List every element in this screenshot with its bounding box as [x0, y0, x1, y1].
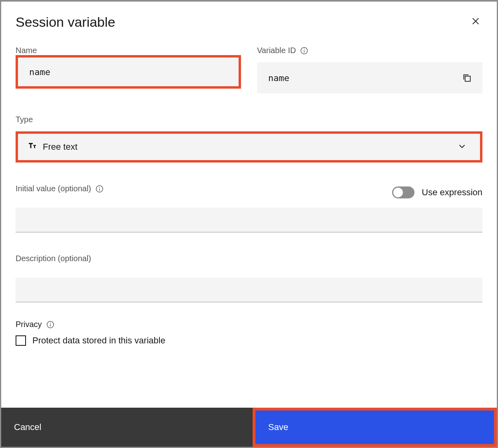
close-icon — [471, 21, 480, 27]
description-input[interactable] — [16, 278, 482, 302]
type-selected-text: Free text — [43, 142, 78, 152]
variable-id-label-text: Variable ID — [257, 46, 296, 55]
info-icon[interactable] — [46, 320, 55, 329]
variable-id-column: Variable ID name — [257, 46, 482, 93]
svg-point-11 — [50, 322, 51, 323]
svg-point-8 — [99, 186, 100, 187]
privacy-label: Privacy — [16, 320, 482, 329]
protect-data-label: Protect data stored in this variable — [32, 335, 165, 346]
type-highlight: Free text — [16, 131, 482, 163]
free-text-icon — [28, 141, 37, 153]
save-button[interactable]: Save — [255, 410, 494, 444]
dialog-body: Session variable Name Variable I — [1, 2, 497, 408]
initial-value-input[interactable] — [16, 208, 482, 232]
initial-value-label-text: Initial value (optional) — [16, 184, 91, 193]
description-label: Description (optional) — [16, 254, 482, 263]
dialog-title: Session variable — [16, 14, 115, 30]
initial-value-label: Initial value (optional) — [16, 184, 104, 193]
initial-value-section: Initial value (optional) Use expression — [16, 184, 482, 232]
privacy-label-text: Privacy — [16, 320, 42, 329]
initial-value-header: Initial value (optional) Use expression — [16, 184, 482, 200]
variable-id-value: name — [268, 73, 289, 83]
use-expression-group: Use expression — [392, 186, 482, 198]
dialog-footer: Cancel Save — [1, 408, 497, 447]
variable-id-box: name — [257, 62, 482, 93]
type-label: Type — [16, 115, 482, 124]
svg-point-4 — [304, 48, 305, 49]
type-select[interactable]: Free text — [18, 134, 480, 160]
name-label: Name — [16, 46, 241, 55]
cancel-button[interactable]: Cancel — [1, 408, 253, 447]
privacy-checkbox-row: Protect data stored in this variable — [16, 335, 482, 346]
protect-data-checkbox[interactable] — [16, 335, 26, 346]
svg-rect-5 — [465, 76, 470, 81]
type-select-left: Free text — [28, 141, 78, 153]
variable-id-label: Variable ID — [257, 46, 482, 55]
name-input[interactable] — [18, 57, 239, 86]
use-expression-toggle[interactable] — [392, 186, 414, 198]
copy-button[interactable] — [462, 73, 472, 83]
save-highlight: Save — [253, 408, 497, 447]
description-section: Description (optional) — [16, 254, 482, 302]
info-icon[interactable] — [95, 184, 104, 193]
toggle-knob — [393, 188, 403, 197]
close-button[interactable] — [469, 14, 482, 28]
name-highlight — [16, 55, 241, 89]
name-and-id-row: Name Variable ID — [16, 46, 482, 93]
use-expression-label: Use expression — [422, 187, 482, 198]
info-icon[interactable] — [300, 46, 309, 55]
dialog-header: Session variable — [16, 14, 482, 30]
privacy-section: Privacy Protect data stored in this vari… — [16, 320, 482, 346]
chevron-down-icon — [458, 142, 466, 152]
name-column: Name — [16, 46, 241, 93]
copy-icon — [462, 78, 472, 84]
session-variable-dialog: Session variable Name Variable I — [0, 0, 498, 448]
type-section: Type Free text — [16, 115, 482, 163]
